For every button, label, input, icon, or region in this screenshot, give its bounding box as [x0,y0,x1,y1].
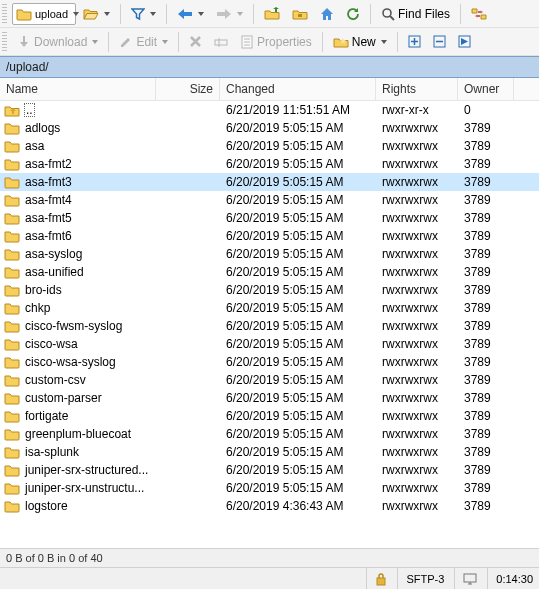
folder-row[interactable]: cisco-wsa-syslog6/20/2019 5:05:15 AMrwxr… [0,353,539,371]
separator [397,32,398,52]
file-changed: 6/20/2019 5:05:15 AM [220,175,376,189]
file-name: .. [24,103,35,117]
folder-row[interactable]: asa6/20/2019 5:05:15 AMrwxrwxrwx3789 [0,137,539,155]
properties-button[interactable]: Properties [235,31,317,53]
folder-row[interactable]: logstore6/20/2019 4:36:43 AMrwxrwxrwx378… [0,497,539,515]
svg-rect-7 [464,574,476,582]
home-button[interactable] [315,3,339,25]
file-owner: 3789 [458,211,514,225]
select-all-icon [458,35,471,48]
file-rights: rwxrwxrwx [376,319,458,333]
folder-row[interactable]: juniper-srx-unstructu...6/20/2019 5:05:1… [0,479,539,497]
toolbar-grip[interactable] [2,4,7,24]
file-rights: rwxrwxrwx [376,157,458,171]
file-rights: rwxrwxrwx [376,355,458,369]
col-header-size[interactable]: Size [156,78,220,100]
col-header-name[interactable]: Name [0,78,156,100]
rename-button[interactable] [209,31,233,53]
file-owner: 3789 [458,427,514,441]
folder-row[interactable]: custom-csv6/20/2019 5:05:15 AMrwxrwxrwx3… [0,371,539,389]
select-minus-button[interactable] [428,31,451,53]
file-changed: 6/20/2019 5:05:15 AM [220,427,376,441]
folder-row[interactable]: asa-fmt66/20/2019 5:05:15 AMrwxrwxrwx378… [0,227,539,245]
separator [166,4,167,24]
folder-row[interactable]: asa-fmt26/20/2019 5:05:15 AMrwxrwxrwx378… [0,155,539,173]
folder-row[interactable]: asa-fmt56/20/2019 5:05:15 AMrwxrwxrwx378… [0,209,539,227]
file-changed: 6/20/2019 5:05:15 AM [220,409,376,423]
edit-button[interactable]: Edit [114,31,173,53]
selection-status-text: 0 B of 0 B in 0 of 40 [6,552,103,564]
forward-button[interactable] [211,3,248,25]
close-icon [189,35,202,48]
folder-row[interactable]: adlogs6/20/2019 5:05:15 AMrwxrwxrwx3789 [0,119,539,137]
file-list[interactable]: Name Size Changed Rights Owner ..6/21/20… [0,78,539,548]
file-owner: 3789 [458,409,514,423]
col-header-changed[interactable]: Changed [220,78,376,100]
folder-row[interactable]: asa-fmt46/20/2019 5:05:15 AMrwxrwxrwx378… [0,191,539,209]
folder-row[interactable]: juniper-srx-structured...6/20/2019 5:05:… [0,461,539,479]
folder-row[interactable]: asa-syslog6/20/2019 5:05:15 AMrwxrwxrwx3… [0,245,539,263]
folder-row[interactable]: cisco-fwsm-syslog6/20/2019 5:05:15 AMrwx… [0,317,539,335]
address-label: upload [35,8,68,20]
select-plus-button[interactable] [403,31,426,53]
file-owner: 3789 [458,193,514,207]
file-list-container: Name Size Changed Rights Owner ..6/21/20… [0,78,539,548]
root-dir-button[interactable] [287,3,313,25]
filter-button[interactable] [126,3,161,25]
file-rights: rwxrwxrwx [376,283,458,297]
file-name: asa-fmt3 [24,175,73,189]
selection-status-bar: 0 B of 0 B in 0 of 40 [0,548,539,567]
home-icon [320,7,334,21]
download-button[interactable]: Download [12,31,103,53]
session-icon [463,573,477,585]
separator [178,32,179,52]
sync-button[interactable] [466,3,492,25]
path-bar[interactable]: /upload/ [0,56,539,78]
col-header-rights[interactable]: Rights [376,78,458,100]
file-rights: rwxrwxrwx [376,499,458,513]
address-combo[interactable]: upload [12,3,76,25]
file-name: bro-ids [24,283,63,297]
file-changed: 6/20/2019 5:05:15 AM [220,373,376,387]
folder-icon [16,7,32,21]
folder-row[interactable]: custom-parser6/20/2019 5:05:15 AMrwxrwxr… [0,389,539,407]
parent-dir-button[interactable] [259,3,285,25]
folder-row[interactable]: chkp6/20/2019 5:05:15 AMrwxrwxrwx3789 [0,299,539,317]
delete-button[interactable] [184,31,207,53]
folder-row[interactable]: cisco-wsa6/20/2019 5:05:15 AMrwxrwxrwx37… [0,335,539,353]
file-owner: 3789 [458,157,514,171]
file-name: logstore [24,499,69,513]
file-owner: 3789 [458,265,514,279]
select-all-button[interactable] [453,31,476,53]
refresh-icon [346,7,360,21]
dropdown-icon [150,12,156,16]
session-pane[interactable] [454,568,477,589]
file-changed: 6/20/2019 5:05:15 AM [220,121,376,135]
open-folder-button[interactable] [78,3,115,25]
file-rights: rwxrwxrwx [376,463,458,477]
new-button[interactable]: New [328,31,392,53]
file-name: asa-fmt6 [24,229,73,243]
folder-row[interactable]: greenplum-bluecoat6/20/2019 5:05:15 AMrw… [0,425,539,443]
back-button[interactable] [172,3,209,25]
file-name: asa-fmt4 [24,193,73,207]
separator [322,32,323,52]
folder-row[interactable]: fortigate6/20/2019 5:05:15 AMrwxrwxrwx37… [0,407,539,425]
toolbar-grip[interactable] [2,32,7,52]
folder-row[interactable]: asa-unified6/20/2019 5:05:15 AMrwxrwxrwx… [0,263,539,281]
encryption-pane[interactable] [366,568,387,589]
folder-row[interactable]: isa-splunk6/20/2019 5:05:15 AMrwxrwxrwx3… [0,443,539,461]
find-files-button[interactable]: Find Files [376,3,455,25]
folder-row[interactable]: bro-ids6/20/2019 5:05:15 AMrwxrwxrwx3789 [0,281,539,299]
file-browser-window: upload [0,0,539,589]
file-name: greenplum-bluecoat [24,427,132,441]
file-owner: 3789 [458,139,514,153]
edit-icon [119,35,133,49]
file-changed: 6/20/2019 5:05:15 AM [220,481,376,495]
file-name: asa [24,139,45,153]
parent-row[interactable]: ..6/21/2019 11:51:51 AMrwxr-xr-x0 [0,101,539,119]
col-header-owner[interactable]: Owner [458,78,514,100]
refresh-button[interactable] [341,3,365,25]
folder-row[interactable]: asa-fmt36/20/2019 5:05:15 AMrwxrwxrwx378… [0,173,539,191]
file-changed: 6/20/2019 5:05:15 AM [220,229,376,243]
